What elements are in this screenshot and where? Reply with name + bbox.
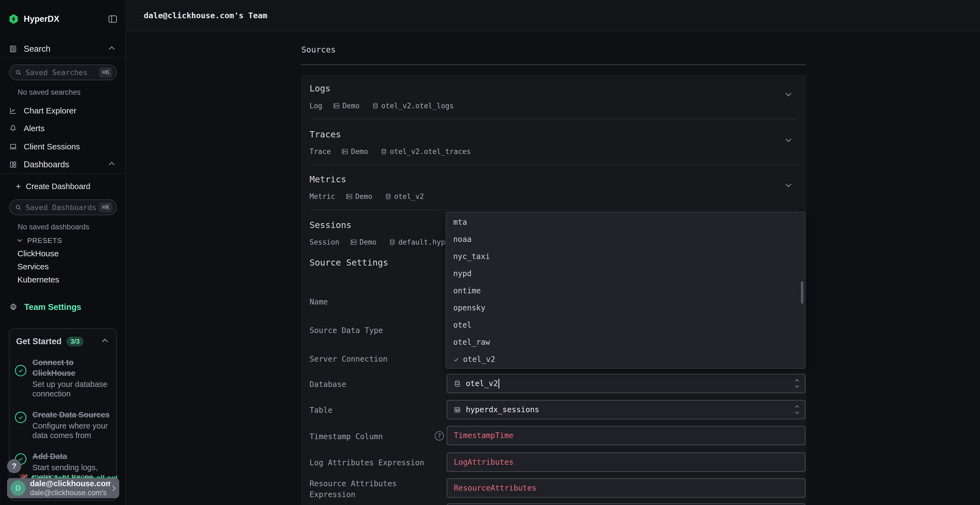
database-value: otel_v2	[466, 379, 498, 388]
chevron-up-icon[interactable]	[109, 46, 115, 52]
database-dropdown: mta noaa nyc_taxi nypd ontime opensky ot…	[445, 212, 805, 369]
dropdown-option[interactable]: opensky	[446, 299, 805, 316]
dropdown-option[interactable]: ontime	[446, 282, 805, 299]
sidebar-divider	[0, 173, 126, 174]
saved-dashboards-input[interactable]: Saved Dashboards ⌘K	[9, 199, 117, 215]
source-section-meta: Trace Demo	[310, 148, 471, 156]
team-title: dale@clickhouse.com's Team	[144, 11, 267, 20]
help-button[interactable]: ?	[7, 459, 21, 473]
database-icon	[454, 380, 461, 387]
dropdown-option[interactable]: otel_raw	[446, 333, 805, 351]
resource-attributes-input[interactable]: ResourceAttributes	[447, 478, 805, 498]
source-settings-heading: Source Settings	[310, 257, 388, 268]
search-icon	[15, 69, 22, 76]
chevron-down-icon[interactable]	[786, 91, 791, 96]
presets-toggle[interactable]: PRESETS	[18, 236, 116, 245]
chevron-up-icon[interactable]	[102, 338, 108, 344]
section-divider	[310, 165, 798, 165]
database-icon	[380, 148, 387, 155]
get-started-item-connect[interactable]: Connect to ClickHouse Set up your databa…	[15, 357, 111, 399]
create-dashboard-label: Create Dashboard	[26, 182, 91, 191]
avatar: D	[10, 481, 25, 496]
server-icon	[350, 239, 357, 245]
collapse-sidebar-icon[interactable]	[108, 15, 117, 23]
heading-divider	[301, 65, 806, 65]
saved-searches-placeholder: Saved Searches	[25, 68, 99, 77]
chevron-down-icon[interactable]	[786, 136, 791, 142]
user-menu[interactable]: D dale@clickhouse.com dale@clickhouse.co…	[7, 478, 119, 498]
sidebar-divider	[0, 57, 126, 58]
database-icon	[385, 193, 391, 200]
get-started-item-title: Create Data Sources	[32, 410, 110, 420]
dropdown-option[interactable]: nyc_taxi	[446, 248, 805, 265]
text-cursor	[498, 379, 499, 389]
dropdown-option-selected[interactable]: otel_v2	[446, 351, 805, 368]
server-connection-label: Server Connection	[310, 354, 388, 365]
sidebar: HyperDX Search	[0, 0, 126, 505]
source-table: otel_v2	[394, 192, 424, 200]
source-type: Log	[310, 102, 322, 110]
sidebar-item-client-sessions[interactable]: Client Sessions	[9, 141, 117, 152]
dashboards-icon	[9, 160, 17, 169]
get-started-item-desc: Configure where your data comes from	[32, 421, 110, 440]
source-data-type-label: Source Data Type	[310, 325, 383, 336]
source-connection: Demo	[351, 148, 368, 156]
create-dashboard-button[interactable]: + Create Dashboard	[16, 181, 116, 192]
get-started-item-title: Connect to ClickHouse	[32, 357, 110, 378]
select-chevrons-icon	[796, 380, 799, 387]
dropdown-option[interactable]: mta	[446, 214, 805, 231]
name-label: Name	[310, 297, 328, 308]
no-saved-searches-text: No saved searches	[18, 88, 81, 97]
help-circle-icon[interactable]: ?	[435, 431, 444, 440]
timestamp-column-input[interactable]: TimestampTime	[447, 426, 805, 445]
chevron-up-icon[interactable]	[109, 162, 115, 167]
saved-searches-input[interactable]: Saved Searches ⌘K	[9, 65, 117, 80]
preset-item-services[interactable]: Services	[18, 262, 49, 271]
sidebar-section-search-label: Search	[24, 44, 50, 54]
sidebar-item-label: Alerts	[24, 124, 45, 133]
team-settings-page: Sources Logs Log Demo	[127, 32, 980, 505]
check-icon	[453, 356, 459, 362]
dropdown-scrollbar[interactable]	[801, 281, 803, 304]
topbar: dale@clickhouse.com's Team	[127, 0, 980, 31]
dropdown-option[interactable]: noaa	[446, 231, 805, 248]
next-field-input[interactable]	[447, 503, 805, 505]
database-icon	[389, 239, 396, 245]
preset-item-clickhouse[interactable]: ClickHouse	[18, 249, 59, 258]
source-section-title: Metrics	[310, 174, 346, 184]
sidebar-section-dashboards[interactable]: Dashboards	[9, 159, 117, 170]
sidebar-item-chart-explorer[interactable]: Chart Explorer	[9, 105, 117, 116]
get-started-header[interactable]: Get Started 3/3	[10, 329, 116, 346]
dropdown-option[interactable]: nypd	[446, 265, 805, 282]
chevron-down-icon	[18, 238, 22, 242]
timestamp-column-label: Timestamp Column	[310, 431, 383, 442]
chevron-right-icon	[110, 485, 116, 491]
cmd-k-shortcut: ⌘K	[99, 67, 113, 78]
get-started-item-sources[interactable]: Create Data Sources Configure where your…	[15, 410, 111, 440]
sidebar-item-alerts[interactable]: Alerts	[9, 123, 117, 134]
sidebar-section-search[interactable]: Search	[9, 43, 117, 54]
team-settings-link[interactable]: Team Settings	[9, 302, 117, 313]
source-table: otel_v2.otel_traces	[390, 148, 471, 156]
log-attributes-input[interactable]: LogAttributes	[447, 453, 805, 472]
sidebar-section-dashboards-label: Dashboards	[24, 160, 69, 170]
get-started-badge: 3/3	[67, 337, 84, 346]
database-label: Database	[310, 379, 346, 390]
chevron-down-icon[interactable]	[786, 181, 791, 187]
database-select[interactable]: otel_v2	[447, 374, 805, 393]
dropdown-option[interactable]: otel	[446, 316, 805, 333]
user-email: dale@clickhouse.com	[30, 479, 111, 488]
table-label: Table	[310, 405, 332, 416]
table-select[interactable]: hyperdx_sessions	[447, 400, 805, 419]
get-started-item-title: Add Data	[32, 451, 110, 462]
source-section-meta: Metric Demo	[310, 192, 424, 200]
preset-item-kubernetes[interactable]: Kubernetes	[18, 275, 59, 284]
log-attributes-label: Log Attributes Expression	[310, 457, 424, 468]
timestamp-column-value: TimestampTime	[454, 431, 514, 440]
journal-search-icon	[9, 45, 17, 53]
resource-attributes-value: ResourceAttributes	[454, 483, 536, 492]
resource-attributes-label: Resource Attributes Expression	[310, 478, 429, 500]
logo-text: HyperDX	[24, 14, 59, 24]
source-type: Trace	[310, 148, 331, 156]
user-workspace: dale@clickhouse.com's	[30, 489, 111, 497]
